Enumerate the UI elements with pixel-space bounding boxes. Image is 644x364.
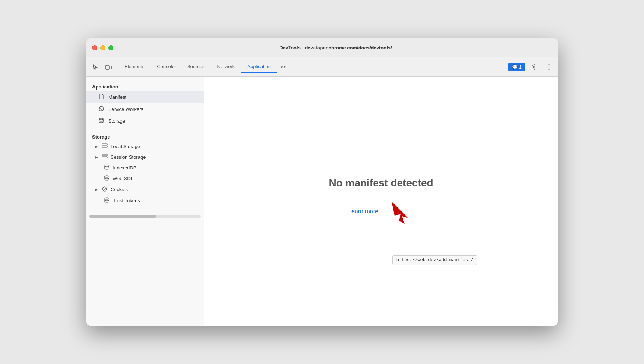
sidebar-item-service-workers[interactable]: Service Workers	[86, 103, 204, 115]
close-button[interactable]	[92, 45, 97, 50]
no-manifest-title: No manifest detected	[329, 177, 433, 189]
learn-more-link[interactable]: Learn more	[348, 208, 378, 215]
window-title: DevTools - developer.chrome.com/docs/dev…	[119, 45, 552, 50]
tab-bar-right: 💬 1	[508, 61, 555, 73]
tab-network[interactable]: Network	[211, 61, 241, 73]
sidebar-item-storage[interactable]: Storage	[86, 115, 204, 127]
svg-rect-2	[109, 66, 111, 69]
sidebar: Application Manifest	[86, 77, 204, 326]
tab-bar-icons	[89, 61, 114, 73]
local-storage-icon	[102, 143, 108, 150]
storage-icon	[98, 118, 105, 124]
svg-rect-15	[102, 146, 107, 147]
indexed-db-label: IndexedDB	[113, 165, 136, 171]
service-workers-icon	[98, 106, 105, 113]
application-section-title: Application	[86, 81, 204, 91]
sidebar-scrollbar[interactable]	[89, 215, 201, 218]
svg-point-23	[104, 190, 105, 190]
expand-local-storage-icon[interactable]: ▶	[95, 144, 98, 148]
url-tooltip: https://web.dev/add-manifest/	[392, 255, 477, 265]
svg-point-4	[549, 64, 550, 65]
title-bar: DevTools - developer.chrome.com/docs/dev…	[86, 38, 558, 57]
session-storage-label: Session Storage	[111, 154, 146, 160]
svg-point-24	[105, 198, 109, 199]
sidebar-item-local-storage[interactable]: ▶ Local Storage	[86, 141, 204, 152]
maximize-button[interactable]	[108, 45, 113, 50]
more-options-button[interactable]	[543, 61, 555, 73]
notification-count: 1	[519, 64, 522, 70]
content-panel: No manifest detected Learn more https://…	[204, 77, 558, 326]
storage-label: Storage	[108, 118, 125, 124]
svg-rect-1	[106, 65, 109, 69]
svg-rect-14	[102, 144, 107, 145]
svg-point-20	[102, 187, 107, 191]
indexed-db-icon	[104, 165, 110, 171]
tab-application[interactable]: Application	[241, 61, 277, 73]
svg-point-18	[105, 165, 109, 167]
svg-point-6	[549, 69, 550, 70]
storage-section-title: Storage	[86, 131, 204, 141]
svg-point-19	[105, 176, 109, 177]
red-arrow-icon	[384, 198, 414, 224]
svg-point-22	[105, 188, 106, 189]
no-manifest-container: No manifest detected Learn more https://…	[329, 177, 433, 225]
manifest-label: Manifest	[108, 94, 126, 100]
cookies-label: Cookies	[111, 187, 128, 192]
sidebar-item-manifest[interactable]: Manifest	[86, 91, 204, 103]
svg-point-3	[533, 66, 535, 68]
trust-tokens-label: Trust Tokens	[113, 198, 140, 203]
svg-point-21	[104, 188, 104, 189]
more-tabs-button[interactable]: >>	[277, 61, 289, 73]
tab-elements[interactable]: Elements	[119, 61, 150, 73]
notification-button[interactable]: 💬 1	[508, 63, 525, 71]
inspect-icon[interactable]	[89, 61, 101, 73]
minimize-button[interactable]	[100, 45, 105, 50]
sidebar-item-indexed-db[interactable]: IndexedDB	[86, 162, 204, 173]
sidebar-item-session-storage[interactable]: ▶ Session Storage	[86, 152, 204, 162]
web-sql-icon	[104, 175, 110, 182]
manifest-icon	[98, 94, 105, 101]
notification-icon: 💬	[512, 64, 518, 70]
traffic-lights	[92, 45, 113, 50]
service-workers-label: Service Workers	[108, 106, 143, 112]
main-area: Application Manifest	[86, 77, 558, 326]
session-storage-icon	[102, 154, 108, 160]
sidebar-item-trust-tokens[interactable]: Trust Tokens	[86, 195, 204, 206]
cookies-icon	[102, 186, 108, 193]
svg-line-0	[95, 68, 96, 69]
tab-console[interactable]: Console	[151, 61, 181, 73]
svg-point-8	[101, 108, 102, 109]
svg-point-13	[99, 118, 104, 120]
expand-session-storage-icon[interactable]: ▶	[95, 155, 98, 159]
svg-rect-16	[102, 154, 107, 156]
svg-point-5	[549, 66, 550, 67]
tabs: Elements Console Sources Network Applica…	[119, 61, 505, 73]
web-sql-label: Web SQL	[113, 176, 133, 181]
tab-bar: Elements Console Sources Network Applica…	[86, 57, 558, 77]
sidebar-item-web-sql[interactable]: Web SQL	[86, 173, 204, 184]
devtools-window: DevTools - developer.chrome.com/docs/dev…	[86, 38, 558, 326]
expand-cookies-icon[interactable]: ▶	[95, 188, 98, 192]
trust-tokens-icon	[104, 197, 110, 204]
sidebar-item-cookies[interactable]: ▶ Cookies	[86, 184, 204, 195]
local-storage-label: Local Storage	[111, 144, 140, 149]
svg-rect-17	[102, 157, 107, 158]
settings-button[interactable]	[528, 61, 540, 73]
device-toggle-icon[interactable]	[102, 61, 114, 73]
tab-sources[interactable]: Sources	[181, 61, 211, 73]
